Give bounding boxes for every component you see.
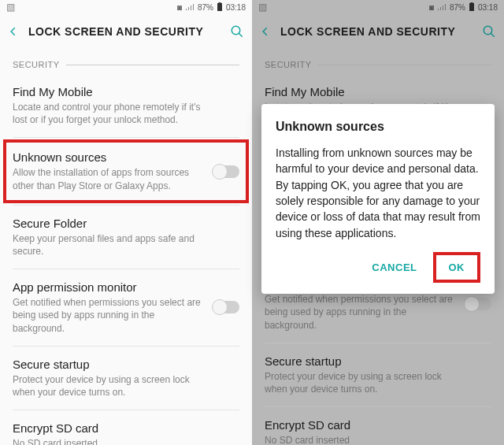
power-saving-icon: ◙ — [177, 3, 182, 12]
dialog-unknown-sources: Unknown sources Installing from unknown … — [261, 104, 495, 294]
phone-screen-left: ▧ ◙ 87% 03:18 LOCK SCREEN AND SECURITY S… — [0, 0, 252, 445]
status-bar: ▧ ◙ 87% 03:18 — [0, 0, 252, 14]
svg-rect-1 — [218, 2, 220, 3]
item-unknown-sources[interactable]: Unknown sources Allow the installation o… — [13, 150, 239, 191]
section-header: SECURITY — [13, 60, 239, 69]
section-divider — [66, 65, 239, 65]
clock: 03:18 — [226, 3, 246, 12]
item-secure-folder[interactable]: Secure Folder Keep your personal files a… — [13, 207, 239, 267]
toggle-app-permission[interactable] — [213, 301, 239, 313]
item-desc: Get notified when permissions you select… — [13, 296, 239, 335]
settings-list: SECURITY Find My Mobile Locate and contr… — [0, 49, 252, 445]
divider — [13, 269, 239, 269]
item-title: Find My Mobile — [13, 85, 239, 98]
signal-icon — [185, 3, 195, 11]
svg-rect-0 — [217, 3, 222, 11]
item-find-my-mobile[interactable]: Find My Mobile Locate and control your p… — [13, 76, 239, 135]
divider — [13, 346, 239, 347]
item-title: App permission monitor — [13, 280, 239, 294]
dialog-title: Unknown sources — [276, 120, 480, 134]
dialog-body: Installing from unknown sources may be h… — [276, 145, 480, 241]
phone-screen-right: ▧ ◙ 87% 03:18 LOCK SCREEN AND SECURITY S… — [252, 0, 504, 445]
item-secure-startup[interactable]: Secure startup Protect your device by us… — [13, 348, 239, 408]
item-desc: Locate and control your phone remotely i… — [13, 101, 239, 126]
app-header: LOCK SCREEN AND SECURITY — [0, 14, 252, 49]
divider — [13, 410, 239, 410]
search-icon[interactable] — [230, 24, 244, 39]
item-desc: Allow the installation of apps from sour… — [13, 166, 239, 191]
ok-button[interactable]: OK — [441, 257, 473, 278]
svg-point-2 — [232, 26, 240, 35]
dialog-overlay: Unknown sources Installing from unknown … — [252, 0, 504, 445]
battery-percent: 87% — [198, 3, 213, 12]
toggle-unknown-sources[interactable] — [213, 165, 239, 178]
section-label: SECURITY — [13, 60, 60, 69]
item-desc: Keep your personal files and apps safe a… — [13, 232, 239, 258]
page-title: LOCK SCREEN AND SECURITY — [28, 25, 220, 38]
divider — [13, 137, 239, 138]
item-encrypt-sd[interactable]: Encrypt SD card No SD card inserted — [13, 412, 239, 445]
divider — [13, 205, 239, 206]
item-title: Secure Folder — [13, 217, 239, 230]
cancel-button[interactable]: CANCEL — [364, 257, 424, 278]
item-desc: Protect your device by using a screen lo… — [13, 373, 239, 399]
item-desc: No SD card inserted — [13, 437, 239, 445]
dialog-actions: CANCEL OK — [276, 252, 480, 283]
item-app-permission[interactable]: App permission monitor Get notified when… — [13, 271, 239, 344]
notification-icon: ▧ — [6, 2, 15, 13]
item-title: Encrypt SD card — [13, 421, 239, 435]
item-title: Unknown sources — [13, 150, 239, 164]
battery-icon — [217, 2, 223, 12]
highlight-unknown-sources: Unknown sources Allow the installation o… — [3, 139, 249, 202]
item-title: Secure startup — [13, 358, 239, 371]
svg-line-3 — [239, 33, 243, 37]
back-icon[interactable] — [8, 26, 19, 37]
highlight-ok: OK — [433, 252, 481, 283]
